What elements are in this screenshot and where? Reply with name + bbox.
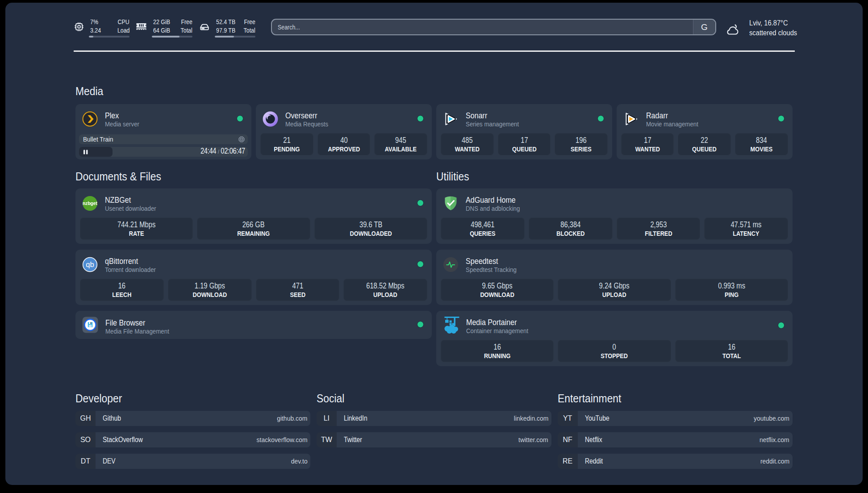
svg-text:qb: qb xyxy=(86,260,94,269)
svg-text:nzbget: nzbget xyxy=(83,201,97,205)
